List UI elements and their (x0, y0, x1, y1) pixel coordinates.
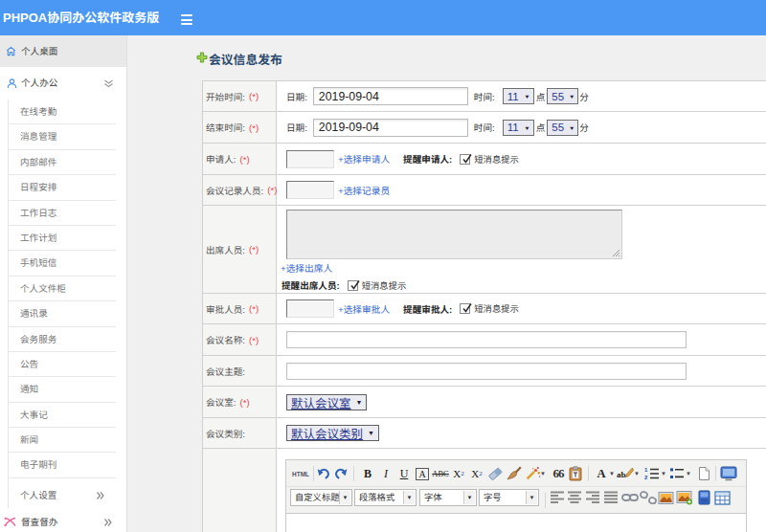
svg-text:2: 2 (644, 475, 648, 480)
svg-text:1: 1 (644, 467, 648, 473)
svg-text:ab: ab (617, 470, 626, 479)
